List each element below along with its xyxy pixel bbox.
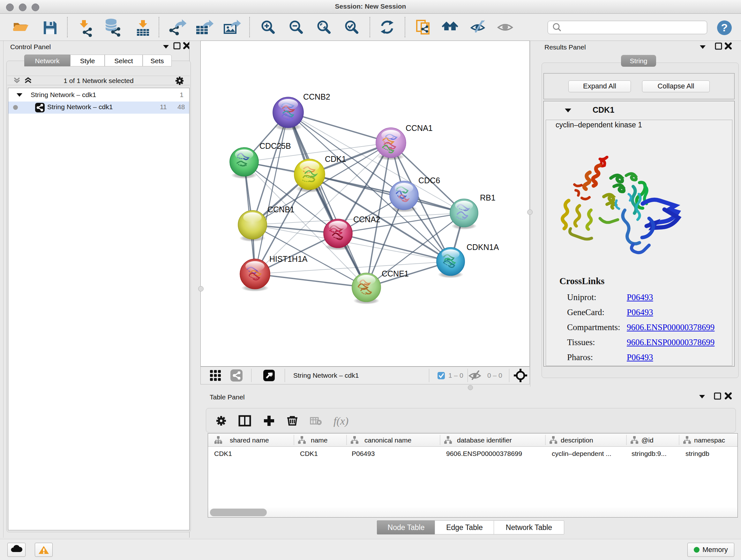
svg-text:name: name (311, 436, 328, 444)
svg-text:CDKN1A: CDKN1A (467, 243, 499, 252)
svg-text:RB1: RB1 (480, 193, 495, 202)
svg-text:HIST1H1A: HIST1H1A (269, 254, 308, 263)
svg-text:CCNB1: CCNB1 (267, 205, 294, 214)
svg-text:?: ? (721, 21, 728, 34)
svg-text:CDC6: CDC6 (418, 176, 440, 185)
svg-text:f(x): f(x) (333, 415, 348, 427)
svg-text:canonical name: canonical name (364, 436, 411, 444)
svg-text:shared name: shared name (230, 436, 269, 444)
svg-text:CCNA1: CCNA1 (406, 124, 433, 132)
svg-text:@id: @id (642, 436, 654, 444)
svg-text:CCNA2: CCNA2 (353, 215, 381, 224)
svg-text:CDC25B: CDC25B (259, 141, 291, 150)
svg-text:CCNE1: CCNE1 (382, 269, 409, 278)
svg-text:namespac: namespac (694, 436, 725, 444)
svg-text:description: description (561, 436, 593, 444)
svg-text:database identifier: database identifier (457, 436, 512, 444)
svg-text:CDK1: CDK1 (325, 154, 346, 164)
svg-text:CCNB2: CCNB2 (303, 92, 330, 101)
